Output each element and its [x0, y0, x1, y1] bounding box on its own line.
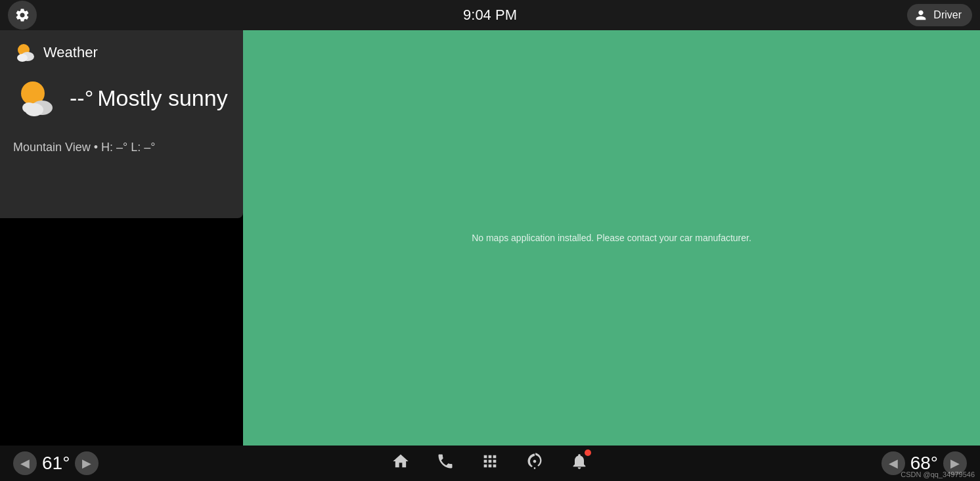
- bottom-navigation: [391, 452, 589, 475]
- notification-button[interactable]: [570, 452, 589, 475]
- hvac-icon: [525, 452, 544, 470]
- driver-button[interactable]: Driver: [907, 4, 972, 26]
- weather-panel: Weather --° Mostly sunny Mountain View •…: [0, 30, 243, 218]
- watermark: CSDN @qq_34979546: [901, 470, 975, 478]
- weather-description: --° Mostly sunny: [70, 85, 228, 111]
- svg-point-2: [17, 54, 28, 62]
- top-bar-right: Driver: [907, 4, 972, 26]
- settings-button[interactable]: [8, 1, 37, 30]
- left-temp-display: 61°: [42, 453, 70, 474]
- apps-button[interactable]: [481, 452, 499, 475]
- phone-icon: [436, 452, 455, 470]
- weather-location: Mountain View • H: –° L: –°: [13, 141, 230, 154]
- top-bar-left: [8, 1, 37, 30]
- home-button[interactable]: [391, 452, 410, 475]
- notification-dot: [585, 449, 591, 456]
- map-message: No maps application installed. Please co…: [472, 233, 751, 243]
- bottom-left-temp: ◀ 61° ▶: [13, 451, 145, 475]
- bottom-bar: ◀ 61° ▶: [0, 446, 980, 481]
- temp-left-decrease-button[interactable]: ◀: [13, 451, 37, 475]
- weather-temperature: --°: [70, 85, 93, 111]
- temp-left-increase-button[interactable]: ▶: [75, 451, 99, 475]
- top-bar: 9:04 PM Driver: [0, 0, 980, 30]
- weather-small-icon: [13, 41, 37, 64]
- clock-display: 9:04 PM: [463, 7, 517, 24]
- weather-condition: Mostly sunny: [97, 85, 227, 111]
- hvac-button[interactable]: [525, 452, 544, 475]
- weather-main: --° Mostly sunny: [13, 75, 230, 121]
- svg-point-6: [22, 103, 35, 113]
- weather-title: Weather: [43, 44, 98, 61]
- person-icon: [914, 8, 928, 22]
- apps-icon: [481, 452, 499, 470]
- driver-label: Driver: [933, 9, 962, 21]
- weather-header: Weather: [13, 41, 230, 64]
- phone-button[interactable]: [436, 452, 455, 475]
- home-icon: [391, 452, 410, 470]
- gear-icon: [14, 7, 30, 23]
- map-area: No maps application installed. Please co…: [243, 30, 980, 446]
- weather-large-icon: [13, 75, 59, 121]
